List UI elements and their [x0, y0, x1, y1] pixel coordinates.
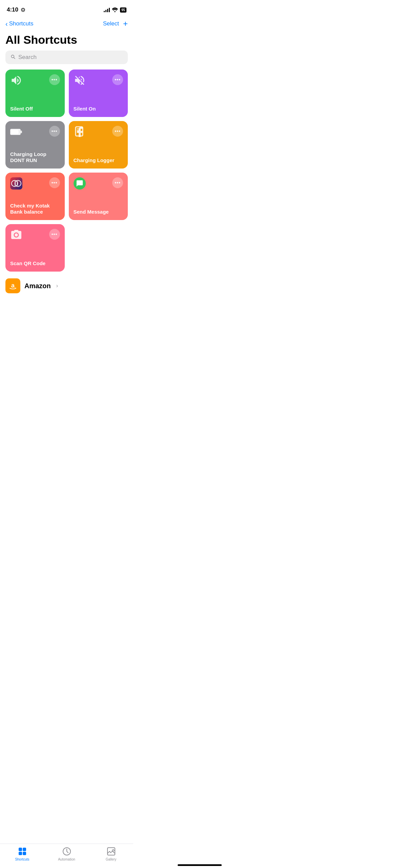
- nav-actions: Select +: [103, 20, 128, 28]
- more-dots-icon: •••: [115, 77, 121, 82]
- card-top: •••: [10, 74, 60, 88]
- select-button[interactable]: Select: [103, 20, 119, 27]
- search-icon: [10, 54, 16, 61]
- card-top: •••: [10, 177, 60, 190]
- more-button[interactable]: •••: [49, 126, 60, 137]
- battery-icon: 95: [120, 7, 126, 13]
- shortcut-card-send-message[interactable]: ••• Send Message: [69, 173, 128, 220]
- more-dots-icon: •••: [115, 129, 121, 134]
- status-time: 4:10: [7, 6, 26, 13]
- wifi-icon: [112, 7, 118, 12]
- add-button[interactable]: +: [123, 20, 128, 28]
- shortcut-card-charging-loop[interactable]: ••• Charging Loop DONT RUN: [5, 121, 65, 169]
- card-top: •••: [10, 126, 60, 140]
- shortcut-card-charging-logger[interactable]: ••• Charging Logger: [69, 121, 128, 169]
- more-button[interactable]: •••: [49, 74, 60, 85]
- search-container: Search: [0, 51, 133, 70]
- svg-rect-1: [11, 130, 19, 134]
- nav-bar: ‹ Shortcuts Select +: [0, 17, 133, 31]
- more-dots-icon: •••: [52, 129, 58, 134]
- shortcut-card-silent-off[interactable]: ••• Silent Off: [5, 70, 65, 117]
- more-dots-icon: •••: [115, 180, 121, 185]
- card-label: Check my Kotak Bank balance: [10, 203, 60, 216]
- more-dots-icon: •••: [52, 232, 58, 237]
- speaker-icon: [10, 74, 22, 88]
- mute-icon: [74, 74, 86, 88]
- more-button[interactable]: •••: [112, 126, 123, 137]
- card-label: Charging Loop DONT RUN: [10, 151, 60, 164]
- amazon-section-title: Amazon: [24, 282, 51, 290]
- card-top: •••: [74, 177, 123, 190]
- back-label: Shortcuts: [9, 20, 34, 27]
- shortcut-card-scan-qr[interactable]: ••• Scan QR Code: [5, 224, 65, 272]
- status-icons: 95: [104, 7, 126, 13]
- back-chevron-icon: ‹: [5, 20, 8, 28]
- message-icon: [74, 177, 86, 190]
- amazon-chevron-icon: ›: [56, 283, 58, 289]
- search-placeholder: Search: [18, 54, 37, 61]
- book-icon: [74, 126, 86, 140]
- battery-icon: [10, 126, 22, 140]
- shortcuts-grid: ••• Silent Off ••• Silent On: [0, 70, 133, 272]
- card-top: •••: [74, 126, 123, 140]
- more-dots-icon: •••: [52, 77, 58, 82]
- more-button[interactable]: •••: [49, 177, 60, 188]
- gear-icon: [20, 7, 26, 13]
- more-dots-icon: •••: [52, 180, 58, 185]
- more-button[interactable]: •••: [112, 74, 123, 85]
- amazon-icon: a: [5, 278, 20, 293]
- more-button[interactable]: •••: [112, 177, 123, 188]
- camera-icon: [10, 229, 22, 243]
- card-label: Scan QR Code: [10, 260, 60, 267]
- page-title: All Shortcuts: [0, 31, 133, 51]
- card-label: Silent Off: [10, 106, 60, 112]
- svg-rect-2: [21, 131, 22, 133]
- card-top: •••: [10, 229, 60, 243]
- signal-icon: [104, 7, 110, 12]
- shortcut-card-kotak[interactable]: ••• Check my Kotak Bank balance: [5, 173, 65, 220]
- search-bar[interactable]: Search: [5, 51, 128, 64]
- more-button[interactable]: •••: [49, 229, 60, 240]
- shortcut-card-silent-on[interactable]: ••• Silent On: [69, 70, 128, 117]
- card-label: Charging Logger: [74, 157, 123, 164]
- svg-text:a: a: [11, 282, 15, 289]
- kotak-app-icon: [10, 177, 22, 190]
- back-button[interactable]: ‹ Shortcuts: [5, 20, 33, 28]
- card-label: Send Message: [74, 209, 123, 215]
- amazon-section[interactable]: a Amazon ›: [0, 272, 133, 297]
- card-label: Silent On: [74, 106, 123, 112]
- status-bar: 4:10 95: [0, 0, 133, 17]
- card-top: •••: [74, 74, 123, 88]
